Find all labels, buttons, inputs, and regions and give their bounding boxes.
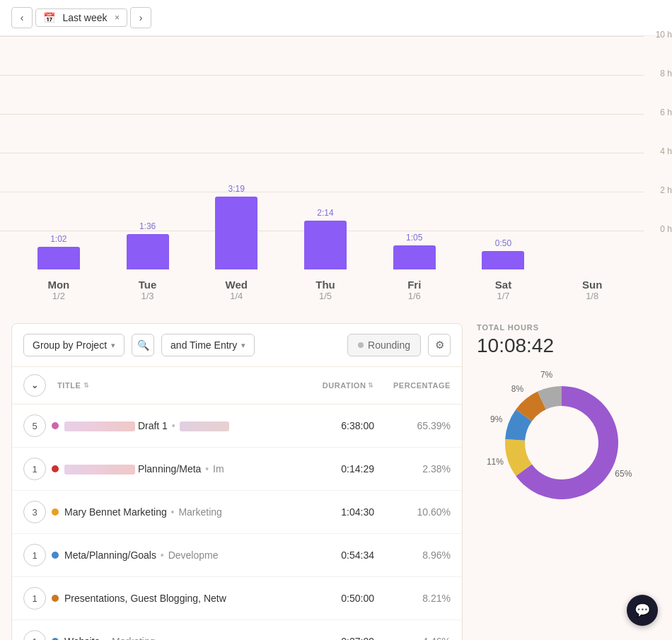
calendar-icon: 📅 — [43, 12, 55, 23]
separator: • — [202, 463, 212, 475]
row-percentage: 10.60% — [380, 506, 451, 518]
bar-value: 1:05 — [406, 233, 422, 243]
search-button[interactable]: 🔍 — [132, 334, 154, 356]
title-main: Draft 1 — [135, 420, 168, 431]
bar-col: 0:50 — [459, 238, 548, 269]
table-row: 1Presentations, Guest Blogging, Netw0:50… — [12, 577, 462, 620]
rounding-btn[interactable]: Rounding — [347, 334, 421, 356]
title-sub: Marketing — [112, 636, 155, 640]
expand-all-btn[interactable]: ⌄ — [23, 374, 46, 397]
and-time-entry-label: and Time Entry — [170, 339, 237, 351]
bar — [37, 247, 80, 269]
grid-label: 8 h — [647, 69, 672, 78]
table-rows: 5 Draft 1 • 6:38:0065.39%1 Planning/Meta… — [12, 405, 462, 640]
row-count: 1 — [23, 544, 46, 566]
grid-label: 6 h — [647, 107, 672, 117]
donut-label: 8% — [511, 384, 524, 394]
title-sub: Developme — [168, 549, 219, 561]
blurred-sub-text — [180, 421, 229, 431]
day-name: Mon — [47, 279, 69, 291]
title-main: Mary Bennet Marketing — [64, 506, 167, 518]
table-row: 5 Draft 1 • 6:38:0065.39% — [12, 405, 462, 448]
day-label: Sun1/8 — [548, 273, 637, 312]
gear-button[interactable]: ⚙ — [428, 334, 451, 356]
day-name: Thu — [315, 279, 335, 291]
row-duration: 0:14:29 — [303, 463, 374, 475]
donut-svg: 65%11%9%8%7% — [477, 368, 632, 510]
time-entry-btn[interactable]: and Time Entry ▾ — [161, 334, 255, 356]
search-icon: 🔍 — [137, 339, 149, 351]
row-percentage: 4.46% — [380, 636, 451, 640]
close-icon[interactable]: × — [115, 13, 120, 23]
toolbar: Group by Project ▾ 🔍 and Time Entry ▾ Ro… — [12, 324, 462, 367]
row-title: Mary Bennet Marketing • Marketing — [64, 506, 298, 518]
separator: • — [168, 506, 178, 518]
row-title: Meta/Planning/Goals • Developme — [64, 549, 298, 561]
total-hours-value: 10:08:42 — [477, 334, 661, 357]
day-label: Wed1/4 — [192, 273, 281, 312]
rounding-dot-icon — [358, 342, 364, 348]
title-main: Meta/Planning/Goals — [64, 549, 156, 561]
separator: • — [169, 420, 178, 431]
day-label: Fri1/6 — [370, 273, 459, 312]
row-title: Planning/Meta • Im — [64, 463, 298, 475]
day-date: 1/4 — [230, 291, 243, 301]
row-count: 3 — [23, 501, 46, 523]
row-duration: 0:54:34 — [303, 549, 374, 561]
chat-bubble[interactable]: 💬 — [627, 595, 658, 626]
day-label: Tue1/3 — [103, 273, 192, 312]
pct-col-header: PERCENTAGE — [380, 381, 451, 390]
separator: • — [158, 549, 167, 561]
row-title: Draft 1 • — [64, 420, 298, 431]
top-nav: ‹ 📅 Last week × › — [0, 0, 672, 36]
title-main: Presentations, Guest Blogging, Netw — [64, 593, 226, 604]
donut-chart: 65%11%9%8%7% — [477, 368, 632, 510]
title-main: Website — [64, 636, 100, 640]
group-by-label: Group by Project — [33, 339, 107, 351]
table-row: 1 Planning/Meta • Im0:14:292.38% — [12, 448, 462, 491]
gear-icon: ⚙ — [435, 339, 444, 351]
bar — [215, 197, 257, 269]
chart-days: Mon1/2Tue1/3Wed1/4Thu1/5Fri1/6Sat1/7Sun1… — [14, 273, 637, 312]
day-date: 1/5 — [319, 291, 332, 301]
bar — [304, 221, 347, 269]
row-duration: 1:04:30 — [303, 506, 374, 518]
table-header: ⌄ TITLE ⇅ DURATION ⇅ PERCENTAGE — [12, 367, 462, 405]
total-hours-label: TOTAL HOURS — [477, 323, 661, 332]
next-btn[interactable]: › — [130, 7, 151, 28]
row-count: 1 — [23, 630, 46, 640]
day-name: Fri — [407, 279, 421, 291]
bar-value: 1:02 — [50, 234, 66, 244]
left-panel: Group by Project ▾ 🔍 and Time Entry ▾ Ro… — [11, 323, 463, 640]
bar-col: 1:05 — [370, 233, 459, 269]
row-count: 5 — [23, 414, 46, 437]
bar — [482, 251, 524, 269]
day-date: 1/2 — [52, 291, 65, 301]
main-content: Group by Project ▾ 🔍 and Time Entry ▾ Ro… — [0, 312, 672, 640]
bar — [393, 245, 436, 269]
date-range-pill[interactable]: 📅 Last week × — [35, 8, 127, 27]
prev-btn[interactable]: ‹ — [11, 7, 33, 28]
project-dot — [52, 508, 59, 516]
bar-value: 1:36 — [139, 221, 156, 231]
duration-col-header: DURATION ⇅ — [303, 381, 374, 390]
project-dot — [52, 552, 59, 559]
row-duration: 0:27:09 — [303, 636, 374, 640]
row-duration: 6:38:00 — [303, 420, 374, 431]
rounding-label: Rounding — [368, 339, 410, 351]
chat-icon: 💬 — [635, 603, 650, 618]
row-percentage: 8.96% — [380, 549, 451, 561]
project-dot — [52, 465, 59, 472]
day-label: Mon1/2 — [14, 273, 103, 312]
blurred-text — [64, 421, 135, 431]
expand-col-header: ⌄ — [23, 374, 52, 397]
title-sub: Marketing — [178, 506, 221, 518]
project-dot — [52, 595, 59, 602]
day-date: 1/7 — [497, 291, 509, 301]
group-by-btn[interactable]: Group by Project ▾ — [23, 334, 124, 356]
row-count: 1 — [23, 458, 46, 480]
day-name: Wed — [226, 279, 248, 291]
day-date: 1/3 — [141, 291, 154, 301]
right-panel: TOTAL HOURS 10:08:42 65%11%9%8%7% — [463, 323, 661, 510]
project-dot — [52, 422, 59, 429]
